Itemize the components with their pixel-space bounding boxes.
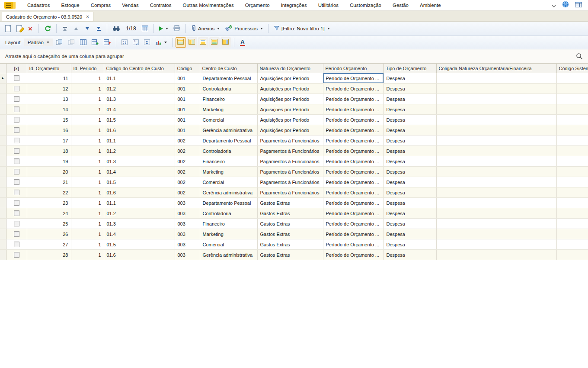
grid-cell[interactable]: [556, 136, 588, 146]
row-checkbox[interactable]: [14, 210, 19, 216]
grid-cell[interactable]: 002: [175, 187, 200, 198]
grid-cell[interactable]: 001: [175, 94, 200, 104]
row-checkbox-cell[interactable]: [6, 73, 27, 84]
view-toggle-button-2[interactable]: [187, 37, 197, 48]
grid-cell[interactable]: Período de Orçamento ...: [323, 84, 383, 94]
row-checkbox[interactable]: [14, 148, 19, 154]
grid-cell[interactable]: Despesa: [383, 167, 436, 177]
row-checkbox[interactable]: [14, 252, 19, 258]
grid-cell[interactable]: 01.1: [104, 136, 175, 146]
grid-cell[interactable]: Gerência administrativa: [200, 250, 257, 260]
grid-cell[interactable]: 01.3: [104, 219, 175, 229]
menu-item-orcamento[interactable]: Orçamento: [240, 0, 275, 10]
collapse-ribbon-icon[interactable]: [552, 1, 556, 9]
help-globe-icon[interactable]: [562, 1, 569, 10]
menu-item-vendas[interactable]: Vendas: [116, 0, 144, 10]
grid-cell[interactable]: 002: [175, 177, 200, 187]
grid-cell[interactable]: 1: [71, 115, 104, 125]
grid-cell[interactable]: Comercial: [200, 239, 257, 250]
grid-cell[interactable]: Aquisições por Período: [257, 84, 323, 94]
grid-cell[interactable]: 18: [27, 146, 71, 156]
grid-cell[interactable]: [436, 239, 556, 250]
grid-cell[interactable]: Despesa: [383, 219, 436, 229]
grid-cell[interactable]: 11: [27, 73, 71, 84]
grid-cell[interactable]: Despesa: [383, 136, 436, 146]
summary-button[interactable]: Σ: [142, 37, 152, 48]
row-checkbox-cell[interactable]: [6, 156, 27, 167]
grid-cell[interactable]: [556, 84, 588, 94]
grid-cell[interactable]: Período de Orçamento ...: [323, 125, 383, 136]
grid-cell[interactable]: 14: [27, 104, 71, 115]
grid-cell[interactable]: Pagamentos à Funcionários: [257, 177, 323, 187]
grid-cell[interactable]: 1: [71, 104, 104, 115]
anexos-button[interactable]: Anexos: [189, 23, 222, 34]
grid-cell[interactable]: Período de Orçamento ...: [323, 156, 383, 167]
grid-cell[interactable]: [556, 187, 588, 198]
grid-cell[interactable]: Período de Orçamento ...: [323, 239, 383, 250]
row-checkbox[interactable]: [14, 127, 19, 133]
grid-cell[interactable]: [436, 104, 556, 115]
grid-cell[interactable]: 002: [175, 156, 200, 167]
grid-cell[interactable]: 1: [71, 239, 104, 250]
grid-cell[interactable]: Despesa: [383, 198, 436, 208]
grid-cell[interactable]: [556, 146, 588, 156]
grid-cell[interactable]: Marketing: [200, 167, 257, 177]
grid-cell[interactable]: Período de Orçamento ...: [323, 115, 383, 125]
grid-cell[interactable]: 01.4: [104, 104, 175, 115]
app-logo-icon[interactable]: [4, 2, 16, 9]
menu-item-integracoes[interactable]: Integrações: [275, 0, 313, 10]
view-toggle-button-4[interactable]: [209, 37, 220, 48]
grid-cell[interactable]: Marketing: [200, 104, 257, 115]
grid-cell[interactable]: [556, 250, 588, 260]
grid-cell[interactable]: Pagamentos à Funcionários: [257, 187, 323, 198]
grid-cell[interactable]: 1: [71, 208, 104, 219]
row-checkbox[interactable]: [14, 96, 19, 102]
row-checkbox[interactable]: [14, 190, 19, 195]
grid-cell[interactable]: Departamento Pessoal: [200, 73, 257, 84]
grid-cell[interactable]: Período de Orçamento ...: [323, 94, 383, 104]
grid-cell[interactable]: 01.4: [104, 167, 175, 177]
grid-cell[interactable]: 01.5: [104, 115, 175, 125]
table-row[interactable]: 21101.5002ComercialPagamentos à Funcioná…: [0, 177, 588, 187]
grid-cell[interactable]: Despesa: [383, 250, 436, 260]
row-checkbox[interactable]: [14, 158, 19, 164]
grid-cell[interactable]: [436, 115, 556, 125]
view-toggle-button-3[interactable]: [198, 37, 208, 48]
grid-cell[interactable]: Pagamentos à Funcionários: [257, 156, 323, 167]
grid-cell[interactable]: 1: [71, 250, 104, 260]
row-checkbox-cell[interactable]: [6, 187, 27, 198]
grid-cell[interactable]: 16: [27, 125, 71, 136]
table-row[interactable]: 26101.4003MarketingGastos ExtrasPeríodo …: [0, 229, 588, 239]
menu-item-cadastros[interactable]: Cadastros: [22, 0, 55, 10]
grid-cell[interactable]: 1: [71, 94, 104, 104]
grid-cell[interactable]: 002: [175, 146, 200, 156]
row-checkbox[interactable]: [14, 169, 19, 174]
grid-cell[interactable]: 26: [27, 229, 71, 239]
row-checkbox[interactable]: [14, 117, 19, 123]
row-checkbox-cell[interactable]: [6, 136, 27, 146]
row-checkbox-cell[interactable]: [6, 125, 27, 136]
delete-record-button[interactable]: ×: [25, 23, 35, 34]
row-checkbox[interactable]: [14, 138, 19, 143]
grid-cell[interactable]: 003: [175, 229, 200, 239]
grid-cell[interactable]: 1: [71, 73, 104, 84]
grid-cell[interactable]: Período de Orçamento ...: [323, 208, 383, 219]
sort-settings-button[interactable]: az: [119, 37, 130, 48]
table-row[interactable]: 16101.6001Gerência administrativaAquisiç…: [0, 125, 588, 136]
row-checkbox-cell[interactable]: [6, 229, 27, 239]
menu-item-utilitarios[interactable]: Utilitários: [313, 0, 344, 10]
grid-cell[interactable]: [436, 229, 556, 239]
row-checkbox[interactable]: [14, 231, 19, 237]
font-style-button[interactable]: A: [237, 37, 248, 48]
grid-cell[interactable]: 01.5: [104, 239, 175, 250]
grid-cell[interactable]: [436, 156, 556, 167]
new-record-button[interactable]: [3, 23, 13, 34]
grid-cell[interactable]: 003: [175, 219, 200, 229]
grid-view-button[interactable]: [140, 23, 150, 34]
grid-cell[interactable]: Gastos Extras: [257, 208, 323, 219]
column-header-codigo-sistema[interactable]: Código Sistema: [556, 64, 588, 73]
grid-cell[interactable]: Pagamentos à Funcionários: [257, 167, 323, 177]
grid-cell[interactable]: 1: [71, 198, 104, 208]
table-row[interactable]: 23101.1003Departamento PessoalGastos Ext…: [0, 198, 588, 208]
save-layout-button[interactable]: [54, 37, 65, 48]
